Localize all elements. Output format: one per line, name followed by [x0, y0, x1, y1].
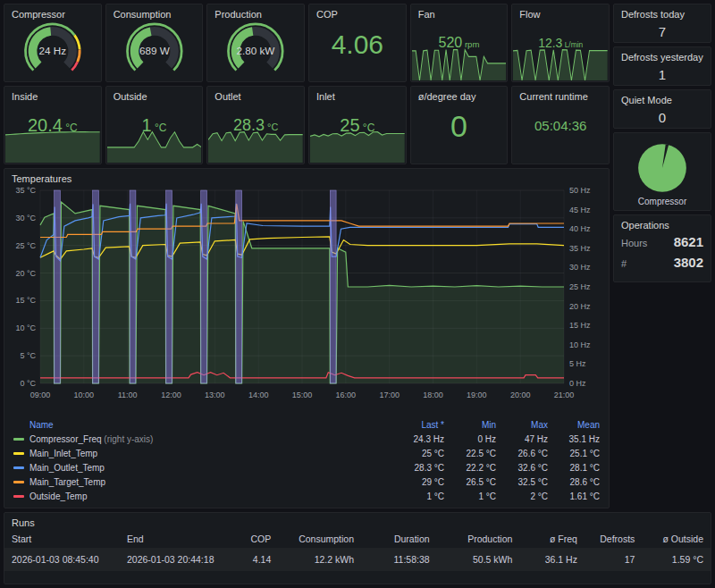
x-tick-label: 21:00 — [554, 391, 575, 399]
x-tick-label: 10:00 — [74, 391, 95, 399]
panel-title[interactable]: Production — [207, 4, 304, 21]
runs-table: StartEndCOPConsumptionDurationProduction… — [4, 529, 711, 571]
legend-value-last: 24.3 Hz — [392, 434, 444, 444]
legend-series-name-text: Main_Outlet_Temp — [29, 463, 105, 473]
grafana-dashboard: Compressor24 HzConsumption689 WProductio… — [0, 0, 715, 588]
stat-value-number: 520 — [439, 35, 463, 50]
gauge-value-text: 689 W — [139, 45, 170, 56]
panel-title[interactable]: Inlet — [309, 87, 406, 103]
panel-title[interactable]: Operations — [614, 215, 711, 231]
stat-value-unit: L/min — [562, 40, 583, 49]
defrost-annotation-band — [236, 190, 242, 383]
x-tick-label: 11:00 — [118, 391, 138, 399]
runs-header-production[interactable]: Production — [437, 529, 520, 548]
panel-current-runtime: Current runtime05:04:36 — [511, 86, 610, 164]
right-column: Defrosts today7Defrosts yesterday1Quiet … — [613, 4, 711, 508]
kv-label: Hours — [621, 238, 647, 248]
legend-value-last: 1 °C — [392, 491, 444, 501]
runs-cell-start: 2026-01-03 08:45:40 — [4, 548, 120, 571]
panel-title[interactable]: Outlet — [207, 87, 304, 103]
defrost-annotation-band — [330, 190, 336, 383]
runs-header-freq[interactable]: ø Freq — [519, 529, 585, 548]
panel-title[interactable]: Defrosts yesterday — [614, 47, 711, 63]
panel-inlet: Inlet25 °C — [308, 86, 407, 164]
legend-series-name[interactable]: Outside_Temp — [29, 491, 392, 501]
runs-cell-defrosts: 17 — [585, 548, 642, 571]
stat-value: 1 — [614, 67, 711, 82]
runs-header-end[interactable]: End — [120, 529, 235, 548]
legend-header-max[interactable]: Max — [496, 420, 548, 430]
panel-title[interactable]: ø/degree day — [411, 87, 508, 103]
runs-header-duration[interactable]: Duration — [361, 529, 437, 548]
panel-title[interactable]: Compressor — [4, 4, 101, 21]
legend-value-min: 22.5 °C — [444, 449, 496, 458]
temperature-timeseries-chart[interactable]: 0 °C5 °C10 °C15 °C20 °C25 °C30 °C35 °C0 … — [8, 185, 605, 416]
runs-header-cop[interactable]: COP — [235, 529, 278, 548]
legend-value-max: 47 Hz — [496, 434, 548, 444]
panel-fan: Fan520 rpm — [410, 4, 509, 82]
legend-series-name[interactable]: Main_Target_Temp — [29, 477, 392, 487]
y-left-tick-label: 15 °C — [15, 296, 36, 305]
y-right-tick-label: 15 Hz — [569, 321, 591, 330]
legend-value-min: 26.5 °C — [444, 477, 496, 487]
legend-series-name-text: Main_Inlet_Temp — [29, 449, 97, 458]
runs-header-consumption[interactable]: Consumption — [278, 529, 361, 548]
y-right-tick-label: 40 Hz — [569, 224, 591, 233]
x-tick-label: 20:00 — [510, 391, 531, 399]
legend-value-mean: 28.1 °C — [548, 463, 600, 473]
x-tick-label: 14:00 — [248, 391, 269, 399]
legend-series-name[interactable]: Main_Outlet_Temp — [29, 463, 392, 473]
y-left-tick-label: 25 °C — [15, 241, 36, 250]
legend-header-last[interactable]: Last * — [392, 420, 444, 430]
legend-header-name[interactable]: Name — [29, 420, 392, 430]
runs-header-defrosts[interactable]: Defrosts — [585, 529, 642, 548]
legend-value-max: 32.6 °C — [496, 463, 548, 473]
panel-defrosts-today: Defrosts today7 — [613, 4, 711, 43]
stat-value: 25 °C — [309, 116, 406, 135]
panel-title-temperatures[interactable]: Temperatures — [4, 169, 609, 185]
defrost-annotation-band — [166, 190, 172, 383]
panel-title[interactable]: Flow — [512, 4, 609, 21]
panel-title[interactable]: Current runtime — [512, 87, 609, 103]
legend-series-name[interactable]: Main_Inlet_Temp — [29, 449, 392, 458]
y-right-tick-label: 5 Hz — [569, 359, 586, 368]
panel-degree-day: ø/degree day0 — [410, 86, 509, 164]
panel-inside: Inside20.4 °C — [4, 86, 102, 164]
panel-title[interactable]: Consumption — [106, 4, 203, 21]
pie-legend-label[interactable]: Compressor — [614, 197, 711, 206]
legend-series-name[interactable]: Compressor_Freq (right y-axis) — [29, 434, 392, 444]
legend-header-mean[interactable]: Mean — [548, 420, 600, 430]
gauge-chart: 2.80 kW — [207, 19, 304, 78]
panel-title[interactable]: Inside — [4, 87, 101, 103]
kv-label: # — [621, 258, 627, 269]
panel-title-runs[interactable]: Runs — [4, 513, 711, 529]
stat-value-unit: rpm — [462, 39, 479, 49]
stat-value-unit: °C — [360, 122, 375, 134]
stat-value: 7 — [614, 24, 711, 39]
panel-title[interactable]: Defrosts today — [614, 4, 711, 21]
y-right-tick-label: 25 Hz — [569, 282, 591, 291]
y-left-tick-label: 10 °C — [15, 323, 36, 332]
stat-value-number: 25 — [340, 115, 359, 135]
panel-title[interactable]: Outside — [106, 87, 203, 103]
panel-cop: COP4.06 — [308, 4, 407, 82]
legend-value-max: 32.5 °C — [496, 477, 548, 487]
sparkline-area — [5, 132, 100, 163]
runs-header-start[interactable]: Start — [4, 529, 120, 548]
runs-header-outside[interactable]: ø Outside — [642, 529, 711, 548]
runs-table-body: 2026-01-03 08:45:402026-01-03 20:44:184.… — [4, 548, 711, 571]
runs-cell-freq: 36.1 Hz — [519, 548, 585, 571]
panel-title[interactable]: Fan — [411, 4, 508, 21]
stat-value-number: 1 — [142, 115, 152, 135]
panel-title[interactable]: COP — [309, 4, 406, 21]
stat-value-unit: °C — [152, 122, 167, 134]
panel-panel: Compressor — [613, 132, 711, 211]
pie-chart[interactable] — [635, 140, 690, 196]
panel-title[interactable]: Quiet Mode — [614, 90, 711, 106]
legend-row-main-inlet-temp: Main_Inlet_Temp25 °C22.5 °C26.6 °C25.1 °… — [13, 446, 600, 460]
legend-header-min[interactable]: Min — [444, 420, 496, 430]
y-right-tick-label: 45 Hz — [569, 206, 591, 214]
panel-outside: Outside1 °C — [105, 86, 204, 164]
panel-outlet: Outlet28.3 °C — [206, 86, 305, 164]
x-tick-label: 17:00 — [379, 391, 400, 399]
